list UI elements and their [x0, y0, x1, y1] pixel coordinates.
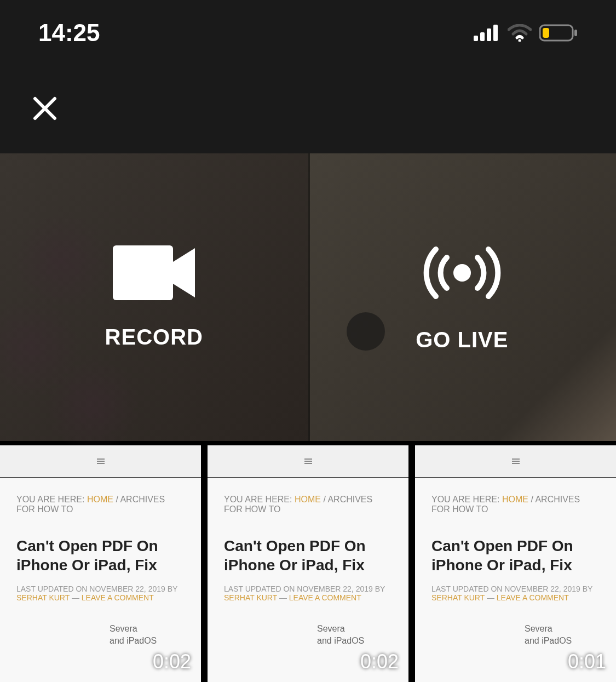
- video-thumbnail[interactable]: YOU ARE HERE: HOME / ARCHIVES FOR HOW TO…: [208, 445, 408, 682]
- thumb-meta-date: LAST UPDATED ON NOVEMBER 22, 2019 BY: [224, 584, 385, 593]
- svg-rect-0: [474, 36, 478, 41]
- thumb-body: Severa and iPadOS: [0, 606, 201, 647]
- record-button[interactable]: RECORD: [0, 153, 308, 441]
- breadcrumb-home: HOME: [295, 495, 321, 504]
- thumb-breadcrumb: YOU ARE HERE: HOME / ARCHIVES FOR HOW TO: [0, 478, 201, 525]
- thumb-comment: LEAVE A COMMENT: [82, 593, 154, 602]
- camera-icon: [113, 245, 195, 300]
- wifi-icon: [508, 24, 532, 42]
- svg-rect-1: [480, 32, 485, 41]
- hamburger-icon: [304, 459, 312, 464]
- thumb-comment: LEAVE A COMMENT: [289, 593, 361, 602]
- thumb-title: Can't Open PDF On iPhone Or iPad, Fix: [208, 525, 408, 580]
- go-live-label: GO LIVE: [416, 328, 508, 352]
- thumb-topbar: [0, 445, 201, 478]
- thumb-meta-date: LAST UPDATED ON NOVEMBER 22, 2019 BY: [16, 584, 177, 593]
- svg-rect-6: [574, 30, 577, 36]
- breadcrumb-prefix: YOU ARE HERE:: [16, 495, 84, 504]
- thumb-meta: LAST UPDATED ON NOVEMBER 22, 2019 BY SER…: [0, 580, 201, 606]
- thumb-body: Severa and iPadOS: [208, 606, 408, 647]
- cellular-icon: [474, 25, 500, 41]
- record-label: RECORD: [105, 325, 203, 349]
- thumb-duration: 0:02: [360, 650, 399, 673]
- thumb-duration: 0:01: [568, 650, 606, 673]
- thumb-body-line2: and iPadOS: [110, 636, 157, 645]
- breadcrumb-prefix: YOU ARE HERE:: [431, 495, 499, 504]
- status-time: 14:25: [38, 19, 100, 47]
- breadcrumb-prefix: YOU ARE HERE:: [224, 495, 292, 504]
- svg-point-12: [453, 264, 471, 282]
- svg-rect-10: [113, 245, 173, 300]
- video-thumbnail[interactable]: YOU ARE HERE: HOME / ARCHIVES FOR HOW TO…: [0, 445, 201, 682]
- go-live-button[interactable]: GO LIVE: [308, 153, 617, 441]
- thumb-comment: LEAVE A COMMENT: [497, 593, 569, 602]
- thumb-breadcrumb: YOU ARE HERE: HOME / ARCHIVES FOR HOW TO: [415, 478, 616, 525]
- video-thumbnail-strip: YOU ARE HERE: HOME / ARCHIVES FOR HOW TO…: [0, 441, 616, 682]
- close-button[interactable]: [33, 96, 57, 123]
- thumb-breadcrumb: YOU ARE HERE: HOME / ARCHIVES FOR HOW TO: [208, 478, 408, 525]
- thumb-meta: LAST UPDATED ON NOVEMBER 22, 2019 BY SER…: [415, 580, 616, 606]
- hamburger-icon: [512, 459, 520, 464]
- thumb-body-line2: and iPadOS: [317, 636, 364, 645]
- status-icons: [474, 24, 578, 42]
- thumb-body-line1: Severa: [317, 624, 345, 633]
- thumb-author: SERHAT KURT: [224, 593, 277, 602]
- thumb-dash: —: [70, 593, 82, 602]
- action-area: RECORD GO LIVE: [0, 153, 616, 441]
- thumb-title: Can't Open PDF On iPhone Or iPad, Fix: [415, 525, 616, 580]
- thumb-body-line1: Severa: [525, 624, 552, 633]
- thumb-duration: 0:02: [153, 650, 191, 673]
- thumb-meta: LAST UPDATED ON NOVEMBER 22, 2019 BY SER…: [208, 580, 408, 606]
- status-bar: 14:25: [0, 0, 616, 66]
- thumb-dash: —: [485, 593, 497, 602]
- hamburger-icon: [97, 459, 105, 464]
- thumb-author: SERHAT KURT: [16, 593, 70, 602]
- thumb-topbar: [208, 445, 408, 478]
- thumb-body-line2: and iPadOS: [525, 636, 572, 645]
- svg-rect-7: [543, 28, 549, 38]
- svg-point-4: [519, 39, 521, 42]
- thumb-dash: —: [277, 593, 289, 602]
- thumb-title: Can't Open PDF On iPhone Or iPad, Fix: [0, 525, 201, 580]
- svg-rect-2: [487, 28, 491, 41]
- thumb-body: Severa and iPadOS: [415, 606, 616, 647]
- battery-icon: [539, 24, 578, 42]
- svg-rect-3: [493, 25, 498, 41]
- breadcrumb-home: HOME: [87, 495, 113, 504]
- svg-marker-11: [173, 248, 195, 297]
- modal-header: [0, 66, 616, 153]
- thumb-body-line1: Severa: [110, 624, 137, 633]
- thumb-topbar: [415, 445, 616, 478]
- breadcrumb-home: HOME: [502, 495, 528, 504]
- broadcast-icon: [418, 243, 506, 303]
- close-icon: [33, 96, 57, 121]
- thumb-meta-date: LAST UPDATED ON NOVEMBER 22, 2019 BY: [431, 584, 592, 593]
- video-thumbnail[interactable]: YOU ARE HERE: HOME / ARCHIVES FOR HOW TO…: [415, 445, 616, 682]
- thumb-author: SERHAT KURT: [431, 593, 485, 602]
